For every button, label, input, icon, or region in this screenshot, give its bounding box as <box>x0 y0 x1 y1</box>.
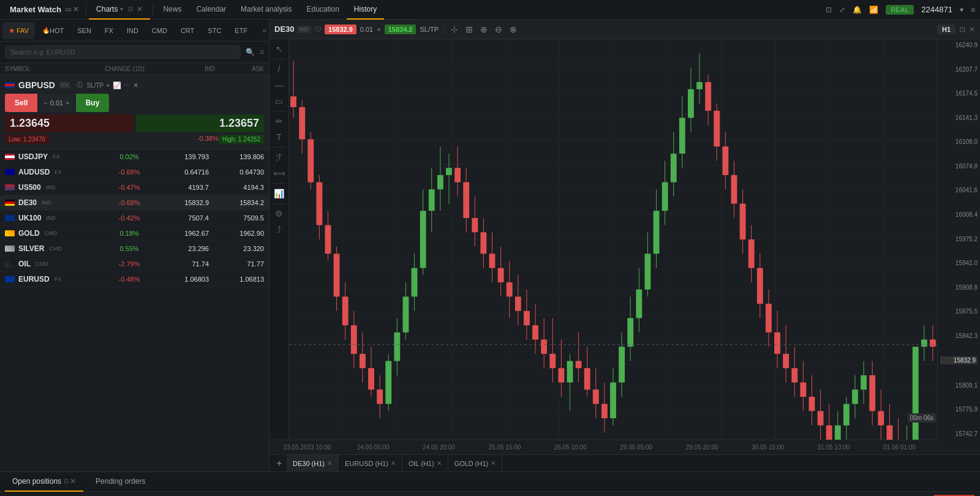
timeframe-h1[interactable]: H1 <box>937 24 956 34</box>
list-item[interactable]: DE30 IND -0.68% 15832.9 15834.2 <box>0 195 269 211</box>
time-label-9: 01.06 01:00 <box>867 444 932 451</box>
price-scale-label: 15742.7 <box>940 430 978 437</box>
measure-tool-icon[interactable]: ⟺ <box>272 166 287 181</box>
chart-tab-oil[interactable]: OIL (H1) ✕ <box>402 455 448 472</box>
close-positions-tab[interactable]: ✕ <box>70 477 76 486</box>
tab-etf[interactable]: ETF <box>228 22 254 39</box>
ask-usdjpy: 139.806 <box>209 153 264 160</box>
close-gold-tab[interactable]: ✕ <box>491 460 496 467</box>
chart-symbol-info: DE30 IND ⓘ <box>274 24 321 34</box>
add-icon[interactable]: + <box>106 81 110 89</box>
price-scale-label: 16041.6 <box>940 187 978 194</box>
settings-chart-icon[interactable]: ⚙ <box>272 206 287 221</box>
tab-history[interactable]: History <box>347 0 384 20</box>
list-item[interactable]: GOLD CMD 0.18% 1962.67 1962.90 <box>0 226 269 241</box>
sym-name-gold: GOLD <box>18 229 40 238</box>
tab-cmd[interactable]: CMD <box>146 22 173 39</box>
candle-timer: 00m 06s <box>908 413 936 423</box>
list-view-icon[interactable]: ≡ <box>260 48 264 56</box>
chart-panel-close[interactable]: ✕ <box>969 25 975 34</box>
chart-settings-icon[interactable]: ⊗ <box>508 24 519 34</box>
tab-market-analysis[interactable]: Market analysis <box>233 0 299 20</box>
chart-mini-icon[interactable]: 📈 <box>113 81 121 89</box>
lt-sep1 <box>273 59 285 59</box>
sym-name-oil: OIL <box>18 260 31 268</box>
rect-tool-icon[interactable]: ▭ <box>272 94 287 108</box>
list-item[interactable]: OIL CMD -2.79% 71.74 71.77 <box>0 257 269 272</box>
list-item[interactable]: SILVER CMD 0.55% 23.296 23.320 <box>0 241 269 257</box>
more-tabs[interactable]: » <box>262 26 266 35</box>
time-label-6: 29.05 20:00 <box>669 444 734 451</box>
chart-price-bid: 15832.9 <box>325 24 356 34</box>
bell-icon[interactable]: 🔔 <box>853 6 862 14</box>
top-nav-right: ⊡ ⤢ 🔔 📶 REAL 2244871 ▾ ≡ <box>826 5 975 15</box>
close-eurusd-tab[interactable]: ✕ <box>391 460 396 467</box>
tab-hot[interactable]: 🔥 HOT <box>36 22 70 39</box>
bottom-panel: Open positions ⊡ ✕ Pending orders POSITI… <box>0 472 980 496</box>
hamburger-menu[interactable]: ≡ <box>971 6 975 14</box>
account-number[interactable]: 2244871 <box>921 5 952 14</box>
ask-eurusd: 1.06813 <box>209 276 264 283</box>
chart-zoom-in-icon[interactable]: ⊕ <box>478 24 489 34</box>
tab-fx[interactable]: FX <box>99 22 119 39</box>
tab-calendar[interactable]: Calendar <box>189 0 233 20</box>
tab-sen[interactable]: SEN <box>71 22 97 39</box>
chart-cursor-icon[interactable]: ⊹ <box>449 24 460 34</box>
chart-tab-eurusd[interactable]: EURUSD (H1) ✕ <box>339 455 402 472</box>
share-chart-icon[interactable]: ⤴ <box>272 222 287 237</box>
list-item[interactable]: UK100 IND -0.42% 7507.4 7509.5 <box>0 211 269 226</box>
chart-tab-gold[interactable]: GOLD (H1) ✕ <box>448 455 503 472</box>
tab-crt[interactable]: CRT <box>175 22 200 39</box>
chart-panel-minimize[interactable]: ⊡ <box>959 25 965 34</box>
change-de30: -0.68% <box>105 199 154 206</box>
cursor-tool-icon[interactable]: ↖ <box>272 42 287 56</box>
chart-zoom-out-icon[interactable]: ⊖ <box>493 24 504 34</box>
chart-sl-tp-button[interactable]: SL/TP <box>420 26 439 33</box>
chart-panel: DE30 IND ⓘ 15832.9 0.01 + 15834.2 SL/TP … <box>270 20 980 472</box>
win-minimize[interactable]: ▭ <box>65 6 71 13</box>
sl-tp-label[interactable]: SL/TP <box>86 82 104 89</box>
change-uk100: -0.42% <box>105 214 154 222</box>
buy-button[interactable]: Buy <box>76 94 110 112</box>
resize-icon[interactable]: ⤢ <box>839 6 845 14</box>
featured-info-icon[interactable]: ⓘ <box>77 81 83 89</box>
tab-charts[interactable]: Charts ▾ ⊡ ✕ <box>89 0 150 20</box>
tab-ind[interactable]: IND <box>121 22 145 39</box>
text-tool-icon[interactable]: T <box>272 130 287 145</box>
close-featured-icon[interactable]: ✕ <box>133 81 138 89</box>
list-item[interactable]: EURUSD FX -0.48% 1.06803 1.06813 <box>0 272 269 287</box>
tab-pending-orders[interactable]: Pending orders <box>88 472 153 492</box>
list-item[interactable]: USDJPY FX 0.02% 139.793 139.806 <box>0 149 269 165</box>
indicator-tool-icon[interactable]: 📊 <box>272 186 287 201</box>
featured-high: High: 1.24252 <box>219 135 264 144</box>
tab-news[interactable]: News <box>156 0 189 20</box>
line-tool-icon[interactable]: / <box>272 62 287 77</box>
tab-education[interactable]: Education <box>299 0 346 20</box>
dots-menu-icon[interactable]: ⋯ <box>124 81 130 89</box>
close-oil-tab[interactable]: ✕ <box>437 460 442 467</box>
search-input[interactable] <box>5 45 241 59</box>
screen-icon[interactable]: ⊡ <box>826 6 832 14</box>
tab-fav[interactable]: ★ FAV <box>2 22 35 39</box>
pencil-tool-icon[interactable]: ✏ <box>272 114 287 129</box>
chart-info-icon[interactable]: ⓘ <box>315 25 321 34</box>
account-dropdown[interactable]: ▾ <box>960 6 963 14</box>
tab-open-positions[interactable]: Open positions ⊡ ✕ <box>5 472 83 492</box>
add-chart-tab-button[interactable]: + <box>272 456 287 471</box>
hline-tool-icon[interactable]: — <box>272 78 287 92</box>
flag-gold <box>5 230 15 236</box>
win-close[interactable]: ✕ <box>73 6 78 13</box>
price-scale-label: 15842.3 <box>940 333 978 339</box>
tab-stc[interactable]: STC <box>202 22 227 39</box>
list-item[interactable]: US500 IND -0.47% 4193.7 4194.3 <box>0 180 269 195</box>
charts-close[interactable]: ✕ <box>137 5 143 13</box>
close-de30-tab[interactable]: ✕ <box>327 460 332 467</box>
sym-name-de30: DE30 <box>18 198 37 207</box>
chart-compare-icon[interactable]: ⊞ <box>464 24 475 34</box>
sell-button[interactable]: Sell <box>5 94 37 112</box>
fib-tool-icon[interactable]: ℱ <box>272 150 287 165</box>
search-icon[interactable]: 🔍 <box>246 48 255 56</box>
list-item[interactable]: AUDUSD FX -0.68% 0.64716 0.64730 <box>0 165 269 180</box>
bid-eurusd: 1.06803 <box>154 276 209 283</box>
chart-tab-de30[interactable]: DE30 (H1) ✕ <box>287 455 339 472</box>
